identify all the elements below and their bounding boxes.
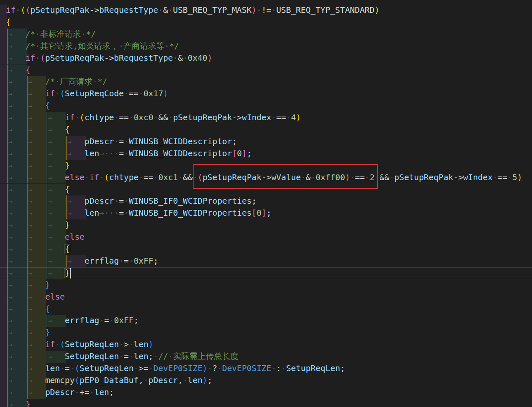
- code-line[interactable]: →{: [0, 64, 532, 76]
- indent-guide: [47, 195, 47, 207]
- indent-guide: [7, 351, 8, 363]
- indent-guide: [47, 315, 47, 327]
- code-text: }: [45, 327, 50, 339]
- code-line[interactable]: →→if·(SetupReqCode·==·0x17): [0, 88, 532, 100]
- code-text: /*·其它请求,如类请求，·产商请求等·*/: [26, 40, 179, 52]
- code-text: }: [65, 219, 70, 231]
- token-b1: (: [80, 113, 85, 122]
- tab-whitespace-icon: →: [47, 267, 52, 279]
- token-w: ·: [164, 41, 169, 51]
- code-line[interactable]: →→len·=·(SetupReqLen·>=·DevEP0SIZE)·?·De…: [0, 363, 532, 375]
- token-w: ·: [124, 208, 129, 218]
- indent-rainbow-block: [0, 160, 7, 172]
- indent-guide: [27, 124, 28, 136]
- indent-rainbow-block: [0, 40, 7, 52]
- token-w: ·: [139, 89, 144, 98]
- token-o: ->: [453, 173, 463, 182]
- code-line[interactable]: →→→{: [0, 124, 532, 136]
- code-line[interactable]: →→if·(SetupReqLen·>·len): [0, 339, 532, 351]
- code-line[interactable]: →→→→pDescr·=·WINUSB_IF0_WCIDProperties;: [0, 195, 532, 207]
- code-line[interactable]: →→→if·(chtype·==·0xc0·&&·pSetupReqPak->w…: [0, 112, 532, 124]
- indent-guide: [27, 327, 28, 339]
- indent-guide: [47, 160, 47, 172]
- tab-whitespace-icon: →: [28, 327, 32, 339]
- indent-rainbow-block: [0, 124, 7, 136]
- indent-rainbow-block: [0, 255, 7, 267]
- code-line[interactable]: →→→SetupReqLen·=·len;·//·实际需上传总长度: [0, 351, 532, 363]
- indent-rainbow-block: [0, 327, 7, 339]
- indent-guide: [66, 255, 67, 267]
- token-b1: ): [296, 113, 301, 122]
- indent-guide: [27, 339, 28, 351]
- code-line[interactable]: →/*·其它请求,如类请求，·产商请求等·*/: [0, 40, 532, 52]
- token-o: ->: [232, 113, 242, 122]
- token-v: WINUSB_IF0_WCIDProperties: [129, 196, 252, 206]
- token-w: ·: [158, 5, 163, 15]
- code-line[interactable]: →→}: [0, 327, 532, 339]
- code-line[interactable]: →→→{: [0, 243, 532, 255]
- indent-guide: [66, 195, 67, 207]
- tab-whitespace-icon: →: [8, 327, 12, 339]
- code-line[interactable]: →→→}: [0, 219, 532, 231]
- code-line[interactable]: →→→errflag·=·0xFF;: [0, 315, 532, 327]
- token-o: :: [276, 364, 281, 373]
- indent-guide: [7, 124, 8, 136]
- token-b1: {: [6, 17, 11, 27]
- token-o: =: [104, 316, 109, 325]
- token-v: len: [85, 208, 99, 218]
- indent-guide: [47, 231, 47, 243]
- indent-guide: [47, 207, 47, 219]
- code-line[interactable]: →→→→errflag·=·0xFF;: [0, 255, 532, 267]
- tab-whitespace-icon: →: [28, 267, 32, 279]
- indent-rainbow-block: [0, 387, 7, 399]
- tab-whitespace-icon: →: [28, 76, 32, 88]
- code-line[interactable]: →/*·非标准请求·*/: [0, 29, 532, 40]
- token-b2: [: [232, 149, 237, 158]
- tab-whitespace-icon: →: [28, 184, 32, 196]
- token-o: >=: [139, 364, 149, 373]
- code-line[interactable]: →}: [0, 399, 532, 407]
- indent-guide: [27, 100, 28, 112]
- token-w: ·: [114, 196, 119, 206]
- token-w: ···: [104, 208, 119, 218]
- code-line[interactable]: →→else: [0, 291, 532, 303]
- token-w: ·: [99, 316, 104, 325]
- code-line[interactable]: →→→→pDescr·=·WINUSB_WCIDDescriptor;: [0, 136, 532, 148]
- indent-guide: [27, 279, 28, 291]
- token-w: ·: [129, 352, 134, 361]
- indent-guide: [7, 29, 8, 40]
- indent-guide: [7, 136, 8, 148]
- token-v: pSetupReqPak: [45, 53, 104, 63]
- code-line[interactable]: →→→→len→···=·WINUSB_IF0_WCIDProperties[0…: [0, 207, 532, 219]
- code-line[interactable]: if·((pSetupReqPak->bRequestType·&·USB_RE…: [0, 5, 532, 17]
- code-line[interactable]: {: [0, 17, 532, 29]
- token-w: ·: [271, 364, 276, 373]
- tab-whitespace-icon: →: [8, 315, 12, 327]
- tab-whitespace-icon: →: [47, 195, 52, 207]
- tab-whitespace-icon: →: [8, 195, 12, 207]
- code-editor[interactable]: if·((pSetupReqPak->bRequestType·&·USB_RE…: [0, 0, 532, 407]
- code-line[interactable]: →→}: [0, 279, 532, 291]
- code-line[interactable]: →→→}: [0, 267, 532, 279]
- indent-guide: [7, 64, 8, 76]
- code-line[interactable]: →→pDescr·+=·len;: [0, 387, 532, 399]
- tab-whitespace-icon: →: [8, 160, 12, 172]
- token-o: ;: [149, 352, 154, 361]
- token-b3: ): [203, 364, 208, 373]
- code-line[interactable]: →→→else: [0, 231, 532, 243]
- code-line[interactable]: →→/*·厂商请求·*/: [0, 76, 532, 88]
- code-line[interactable]: →→memcpy(pEP0_DataBuf,·pDescr,·len);: [0, 375, 532, 387]
- token-n: 4: [291, 113, 296, 122]
- tab-whitespace-icon: →: [28, 255, 32, 267]
- code-line[interactable]: →→{: [0, 100, 532, 112]
- token-w: ·: [114, 137, 119, 146]
- token-v: len: [134, 352, 149, 361]
- tab-whitespace-icon: →: [28, 363, 32, 375]
- code-line[interactable]: →if·(pSetupReqPak->bRequestType·&·0x40): [0, 52, 532, 64]
- tab-whitespace-icon: →: [67, 255, 71, 267]
- code-line[interactable]: →→→→len→···=·WINUSB_WCIDDescriptor[0];: [0, 148, 532, 160]
- code-line[interactable]: →→{: [0, 303, 532, 315]
- token-w: ·: [281, 364, 286, 373]
- tab-whitespace-icon: →: [28, 100, 32, 112]
- indent-guide: [7, 315, 8, 327]
